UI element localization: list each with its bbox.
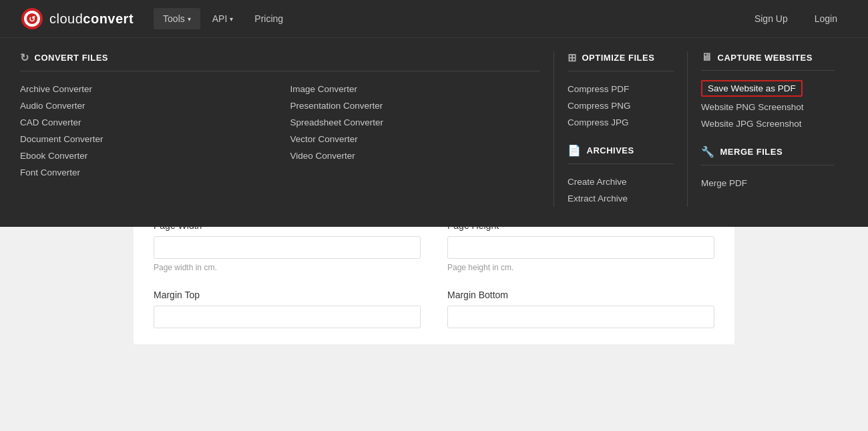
extract-archive-link[interactable]: Extract Archive [568,190,674,207]
logo-icon: ↺ [20,7,44,31]
spreadsheet-converter-link[interactable]: Spreadsheet Converter [290,114,541,131]
convert-col2: Image Converter Presentation Converter S… [290,81,541,181]
pricing-menu-item[interactable]: Pricing [245,8,292,29]
merge-files-header: 🔧 MERGE FILES [701,145,835,165]
page-height-group: Page Height Page height in cm. [447,220,714,274]
navbar-menu: Tools ▾ API ▾ Pricing [154,8,744,29]
convert-cols: Archive Converter Audio Converter CAD Co… [20,81,540,181]
convert-icon: ↻ [20,51,29,64]
archives-header: 📄 ARCHIVES [568,144,674,164]
document-converter-link[interactable]: Document Converter [20,131,270,147]
compress-png-link[interactable]: Compress PNG [568,97,674,114]
cad-converter-link[interactable]: CAD Converter [20,114,270,131]
font-converter-link[interactable]: Font Converter [20,164,270,181]
convert-files-header: ↻ CONVERT FILES [20,51,540,71]
api-chevron-icon: ▾ [230,15,233,23]
signup-button[interactable]: Sign Up [744,9,799,29]
tools-chevron-icon: ▾ [188,15,191,23]
website-jpg-screenshot-link[interactable]: Website JPG Screenshot [701,115,835,132]
optimize-files-header: ⊞ OPTIMIZE FILES [568,51,674,71]
page-width-input[interactable] [154,236,421,259]
options-row-2: Page Width Page width in cm. Page Height… [154,220,714,274]
menu-section-optimize: ⊞ OPTIMIZE FILES Compress PDF Compress P… [554,51,688,207]
audio-converter-link[interactable]: Audio Converter [20,97,270,114]
margin-bottom-group: Margin Bottom [447,290,714,328]
navbar-actions: Sign Up Login [744,9,848,29]
archives-icon: 📄 [568,144,582,157]
options-row-3: Margin Top Margin Bottom [154,290,714,328]
margin-bottom-label: Margin Bottom [447,290,714,300]
compress-jpg-link[interactable]: Compress JPG [568,114,674,131]
page-width-hint: Page width in cm. [154,262,421,274]
api-menu-item[interactable]: API ▾ [203,8,243,29]
video-converter-link[interactable]: Video Converter [290,147,541,164]
compress-pdf-link[interactable]: Compress PDF [568,81,674,97]
mega-menu: ↻ CONVERT FILES Archive Converter Audio … [0,37,868,227]
login-button[interactable]: Login [804,9,848,29]
convert-col1: Archive Converter Audio Converter CAD Co… [20,81,270,181]
page-height-hint: Page height in cm. [447,262,714,274]
merge-icon: 🔧 [701,145,715,158]
capture-websites-header: 🖥 CAPTURE WEBSITES [701,51,835,71]
margin-top-group: Margin Top [154,290,421,328]
margin-top-label: Margin Top [154,290,421,300]
menu-section-convert: ↻ CONVERT FILES Archive Converter Audio … [20,51,554,207]
navbar: ↺ cloudconvert Tools ▾ API ▾ Pricing Sig… [0,0,868,37]
menu-section-capture: 🖥 CAPTURE WEBSITES Save Website as PDF W… [688,51,848,207]
capture-icon: 🖥 [701,51,712,63]
margin-bottom-input[interactable] [447,306,714,328]
merge-pdf-link[interactable]: Merge PDF [701,175,835,191]
svg-text:↺: ↺ [29,15,35,24]
website-png-screenshot-link[interactable]: Website PNG Screenshot [701,99,835,115]
logo[interactable]: ↺ cloudconvert [20,7,134,31]
create-archive-link[interactable]: Create Archive [568,173,674,190]
optimize-icon: ⊞ [568,51,577,64]
page-width-group: Page Width Page width in cm. [154,220,421,274]
page-height-input[interactable] [447,236,714,259]
tools-menu-item[interactable]: Tools ▾ [154,8,200,29]
logo-text: cloudconvert [49,11,134,27]
margin-top-input[interactable] [154,306,421,328]
image-converter-link[interactable]: Image Converter [290,81,541,97]
ebook-converter-link[interactable]: Ebook Converter [20,147,270,164]
presentation-converter-link[interactable]: Presentation Converter [290,97,541,114]
vector-converter-link[interactable]: Vector Converter [290,131,541,147]
archive-converter-link[interactable]: Archive Converter [20,81,270,97]
save-website-pdf-link[interactable]: Save Website as PDF [701,80,803,97]
